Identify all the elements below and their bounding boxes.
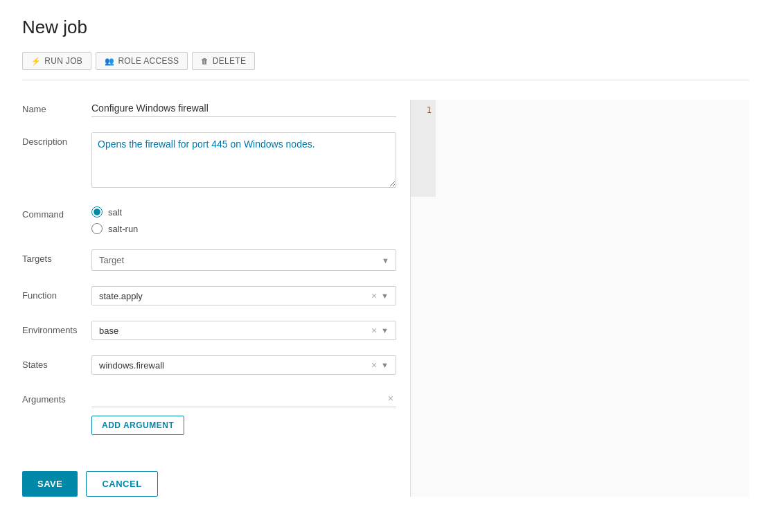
role-access-button[interactable]: 👥 ROLE ACCESS xyxy=(96,52,188,70)
environments-label: Environments xyxy=(22,321,91,335)
states-label: States xyxy=(22,355,91,370)
arguments-control: × ADD ARGUMENT xyxy=(91,390,396,435)
description-row: Description Opens the firewall for port … xyxy=(22,132,410,190)
environments-chip-select[interactable]: base × ▼ xyxy=(91,321,396,340)
environments-value: base xyxy=(99,326,370,336)
form-area: Name Description Opens the firewall for … xyxy=(22,100,749,497)
arguments-label: Arguments xyxy=(22,390,91,405)
argument-input[interactable] xyxy=(91,393,385,404)
targets-row: Targets Target ▼ xyxy=(22,249,410,271)
description-label: Description xyxy=(22,132,91,147)
save-button[interactable]: SAVE xyxy=(22,471,78,497)
function-value: state.apply xyxy=(99,291,370,301)
delete-label: DELETE xyxy=(213,56,246,66)
line-numbers: 1 xyxy=(411,100,436,197)
cancel-button[interactable]: CANCEL xyxy=(86,471,157,497)
name-row: Name xyxy=(22,100,410,117)
description-input[interactable]: Opens the firewall for port 445 on Windo… xyxy=(91,132,396,188)
name-input[interactable] xyxy=(91,100,396,117)
description-control: Opens the firewall for port 445 on Windo… xyxy=(91,132,396,190)
function-label: Function xyxy=(22,286,91,301)
delete-icon: 🗑 xyxy=(201,57,209,65)
function-control: state.apply × ▼ xyxy=(91,286,396,305)
command-label: Command xyxy=(22,205,91,220)
form-right: 1 xyxy=(410,100,749,497)
editor-area: 1 xyxy=(411,100,749,197)
page-title: New job xyxy=(22,17,749,38)
run-job-label: RUN JOB xyxy=(44,56,82,66)
name-label: Name xyxy=(22,100,91,114)
argument-field: × xyxy=(91,390,396,407)
targets-label: Targets xyxy=(22,249,91,264)
add-argument-button[interactable]: ADD ARGUMENT xyxy=(91,416,184,435)
toolbar: ⚡ RUN JOB 👥 ROLE ACCESS 🗑 DELETE xyxy=(22,52,749,80)
command-row: Command salt salt-run xyxy=(22,205,410,234)
role-access-label: ROLE ACCESS xyxy=(118,56,179,66)
command-salt-option[interactable]: salt xyxy=(91,206,396,218)
function-chevron-down-icon: ▼ xyxy=(381,292,389,300)
states-chip-select[interactable]: windows.firewall × ▼ xyxy=(91,355,396,375)
role-access-icon: 👥 xyxy=(105,57,114,66)
arguments-row: Arguments × ADD ARGUMENT xyxy=(22,390,410,435)
states-chevron-down-icon: ▼ xyxy=(381,361,389,369)
function-row: Function state.apply × ▼ xyxy=(22,286,410,305)
environments-clear-icon[interactable]: × xyxy=(370,325,378,336)
states-clear-icon[interactable]: × xyxy=(370,360,378,371)
targets-select-wrapper: Target ▼ xyxy=(91,249,396,271)
command-salt-run-radio[interactable] xyxy=(91,223,103,234)
states-value: windows.firewall xyxy=(99,360,370,371)
function-clear-icon[interactable]: × xyxy=(370,290,378,301)
name-control xyxy=(91,100,396,117)
delete-button[interactable]: 🗑 DELETE xyxy=(192,52,255,70)
command-salt-run-option[interactable]: salt-run xyxy=(91,223,396,234)
run-job-icon: ⚡ xyxy=(31,57,41,66)
function-chip-select[interactable]: state.apply × ▼ xyxy=(91,286,396,305)
states-row: States windows.firewall × ▼ xyxy=(22,355,410,375)
targets-select[interactable]: Target xyxy=(91,249,396,271)
environments-chevron-down-icon: ▼ xyxy=(381,326,389,335)
states-control: windows.firewall × ▼ xyxy=(91,355,396,375)
page-container: New job ⚡ RUN JOB 👥 ROLE ACCESS 🗑 DELETE… xyxy=(0,0,771,532)
command-salt-run-label: salt-run xyxy=(108,224,138,234)
footer-buttons: SAVE CANCEL xyxy=(22,457,410,497)
targets-control: Target ▼ xyxy=(91,249,396,271)
argument-clear-icon[interactable]: × xyxy=(385,393,396,404)
form-left: Name Description Opens the firewall for … xyxy=(22,100,410,497)
command-salt-label: salt xyxy=(108,207,122,218)
environments-control: base × ▼ xyxy=(91,321,396,340)
environments-row: Environments base × ▼ xyxy=(22,321,410,340)
line-number-1: 1 xyxy=(427,105,432,115)
command-salt-radio[interactable] xyxy=(91,206,103,218)
command-control: salt salt-run xyxy=(91,205,396,234)
run-job-button[interactable]: ⚡ RUN JOB xyxy=(22,52,91,70)
